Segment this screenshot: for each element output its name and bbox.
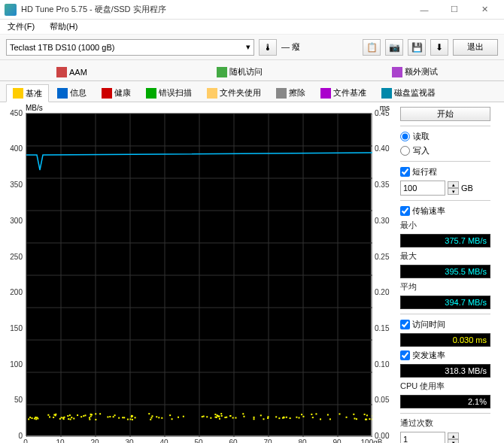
svg-rect-25 bbox=[254, 418, 255, 420]
svg-rect-136 bbox=[339, 413, 340, 414]
svg-rect-37 bbox=[243, 416, 244, 417]
svg-rect-113 bbox=[311, 414, 312, 415]
svg-rect-31 bbox=[80, 416, 82, 417]
drive-select[interactable]: Teclast 1TB DS10 (1000 gB) ▾ bbox=[6, 39, 254, 56]
close-button[interactable]: ✕ bbox=[469, 0, 499, 20]
read-radio[interactable]: 读取 bbox=[400, 131, 490, 142]
svg-rect-126 bbox=[53, 414, 55, 416]
tab-erase[interactable]: 擦除 bbox=[269, 84, 312, 102]
shortstroke-input[interactable] bbox=[400, 181, 445, 196]
options-button[interactable]: ⬇ bbox=[430, 39, 448, 56]
svg-rect-81 bbox=[210, 417, 211, 419]
menu-file[interactable]: 文件(F) bbox=[3, 20, 39, 34]
sidebar: 开始 读取 写入 短行程 ▴▾ GB 传输速率 最小 375.7 MB/s 最大… bbox=[400, 107, 490, 443]
svg-rect-114 bbox=[290, 417, 291, 419]
svg-rect-93 bbox=[302, 416, 304, 417]
svg-rect-90 bbox=[203, 416, 205, 417]
tab-random[interactable]: 随机访问 bbox=[210, 63, 269, 80]
svg-rect-80 bbox=[202, 416, 203, 417]
passes-input[interactable] bbox=[400, 432, 445, 443]
titlebar: HD Tune Pro 5.75 - 硬盘/SSD 实用程序 — ☐ ✕ bbox=[0, 0, 504, 20]
svg-rect-36 bbox=[77, 414, 78, 416]
copy-info-button[interactable]: 📋 bbox=[363, 39, 381, 56]
maximize-button[interactable]: ☐ bbox=[439, 0, 469, 20]
svg-rect-78 bbox=[224, 417, 226, 418]
passes-up[interactable]: ▴ bbox=[448, 432, 459, 439]
svg-rect-104 bbox=[354, 417, 355, 419]
transfer-check[interactable]: 传输速率 bbox=[400, 205, 490, 217]
svg-rect-28 bbox=[299, 417, 300, 419]
tab-row-top: AAM 随机访问 额外测试 bbox=[0, 60, 504, 81]
svg-rect-59 bbox=[95, 419, 96, 420]
start-button[interactable]: 开始 bbox=[400, 107, 490, 121]
svg-rect-53 bbox=[219, 418, 220, 420]
tab-errorscan[interactable]: 错误扫描 bbox=[139, 84, 199, 102]
svg-rect-69 bbox=[267, 417, 269, 419]
svg-rect-66 bbox=[129, 418, 131, 420]
spin-down[interactable]: ▾ bbox=[448, 188, 459, 195]
access-check[interactable]: 访问时间 bbox=[400, 319, 490, 330]
svg-rect-131 bbox=[283, 417, 284, 418]
svg-rect-95 bbox=[183, 416, 184, 417]
svg-rect-134 bbox=[107, 416, 108, 417]
svg-rect-87 bbox=[161, 417, 162, 419]
svg-rect-124 bbox=[278, 417, 280, 419]
tab-health[interactable]: 健康 bbox=[95, 84, 138, 102]
svg-rect-123 bbox=[220, 413, 222, 414]
cpu-value: 2.1% bbox=[400, 395, 490, 408]
svg-rect-73 bbox=[320, 418, 321, 420]
svg-rect-34 bbox=[132, 419, 133, 420]
svg-rect-138 bbox=[68, 418, 69, 420]
avg-value: 394.7 MB/s bbox=[400, 296, 490, 309]
svg-rect-46 bbox=[99, 413, 101, 414]
svg-rect-68 bbox=[35, 418, 37, 420]
exit-button[interactable]: 退出 bbox=[453, 39, 498, 56]
tab-row-main: 基准 信息 健康 错误扫描 文件夹使用 擦除 文件基准 磁盘监视器 bbox=[0, 81, 504, 102]
svg-rect-79 bbox=[109, 416, 111, 417]
svg-rect-61 bbox=[61, 417, 62, 418]
tab-benchmark[interactable]: 基准 bbox=[6, 84, 49, 102]
svg-rect-83 bbox=[90, 414, 92, 415]
passes-down[interactable]: ▾ bbox=[448, 439, 459, 443]
svg-rect-57 bbox=[83, 415, 84, 417]
svg-rect-23 bbox=[312, 417, 314, 418]
max-label: 最大 bbox=[400, 250, 490, 262]
svg-rect-62 bbox=[29, 417, 31, 418]
tab-extra[interactable]: 额外测试 bbox=[385, 63, 445, 80]
svg-rect-26 bbox=[267, 416, 269, 417]
tab-monitor[interactable]: 磁盘监视器 bbox=[375, 84, 442, 102]
temp-dash: — 癈 bbox=[281, 41, 300, 53]
menu-help[interactable]: 帮助(H) bbox=[45, 20, 82, 34]
svg-rect-89 bbox=[114, 414, 116, 416]
tab-folder[interactable]: 文件夹使用 bbox=[200, 84, 268, 102]
svg-rect-140 bbox=[172, 418, 173, 420]
svg-rect-141 bbox=[127, 419, 129, 420]
write-radio[interactable]: 写入 bbox=[400, 145, 490, 156]
minimize-button[interactable]: — bbox=[409, 0, 439, 20]
svg-rect-74 bbox=[366, 414, 368, 416]
tab-aam[interactable]: AAM bbox=[50, 63, 94, 80]
svg-rect-85 bbox=[242, 413, 244, 414]
chevron-down-icon: ▾ bbox=[246, 42, 250, 52]
svg-rect-67 bbox=[53, 417, 54, 418]
spin-up[interactable]: ▴ bbox=[448, 181, 459, 188]
temp-icon[interactable]: 🌡 bbox=[259, 39, 277, 56]
benchmark-chart bbox=[26, 113, 372, 436]
min-value: 375.7 MB/s bbox=[400, 234, 490, 247]
svg-rect-51 bbox=[372, 418, 372, 420]
tab-filebench[interactable]: 文件基准 bbox=[314, 84, 373, 102]
copy-shot-button[interactable]: 📷 bbox=[385, 39, 403, 56]
svg-rect-60 bbox=[178, 417, 179, 418]
burst-check[interactable]: 突发速率 bbox=[400, 350, 490, 361]
tab-info[interactable]: 信息 bbox=[50, 84, 93, 102]
svg-rect-129 bbox=[32, 417, 33, 419]
shortstroke-check[interactable]: 短行程 bbox=[400, 166, 490, 178]
svg-rect-54 bbox=[55, 414, 56, 415]
svg-rect-42 bbox=[28, 418, 29, 420]
svg-rect-117 bbox=[69, 414, 71, 416]
svg-rect-100 bbox=[275, 416, 277, 417]
save-shot-button[interactable]: 💾 bbox=[408, 39, 426, 56]
svg-rect-120 bbox=[301, 414, 302, 415]
app-icon bbox=[5, 4, 17, 16]
chart-area: MB/s ms 0501001502002503003504004500.000… bbox=[5, 107, 396, 443]
